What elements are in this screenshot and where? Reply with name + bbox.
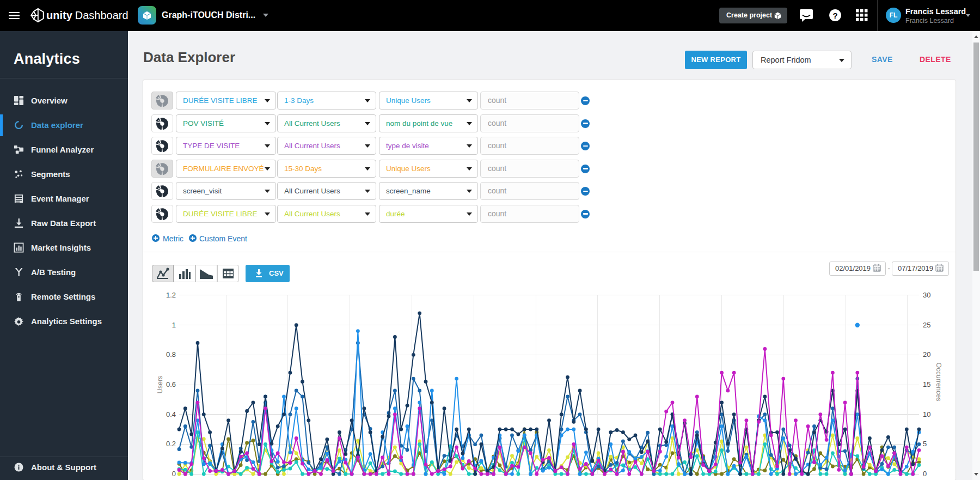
svg-text:?: ? xyxy=(832,11,837,20)
svg-text:15: 15 xyxy=(923,380,930,388)
svg-text:10: 10 xyxy=(923,410,930,418)
svg-text:1.2: 1.2 xyxy=(166,291,176,299)
svg-text:0.4: 0.4 xyxy=(166,410,176,418)
svg-text:0.6: 0.6 xyxy=(166,380,176,388)
svg-text:Occurrences: Occurrences xyxy=(935,363,942,402)
svg-text:5: 5 xyxy=(923,440,927,448)
svg-text:1: 1 xyxy=(172,321,176,329)
svg-text:Users: Users xyxy=(156,376,164,394)
svg-text:0.8: 0.8 xyxy=(166,350,176,359)
svg-text:0: 0 xyxy=(172,470,176,478)
svg-text:20: 20 xyxy=(923,350,930,359)
svg-text:25: 25 xyxy=(923,321,930,329)
svg-text:0.2: 0.2 xyxy=(166,440,176,448)
svg-text:30: 30 xyxy=(923,291,930,299)
svg-text:0: 0 xyxy=(923,470,927,478)
